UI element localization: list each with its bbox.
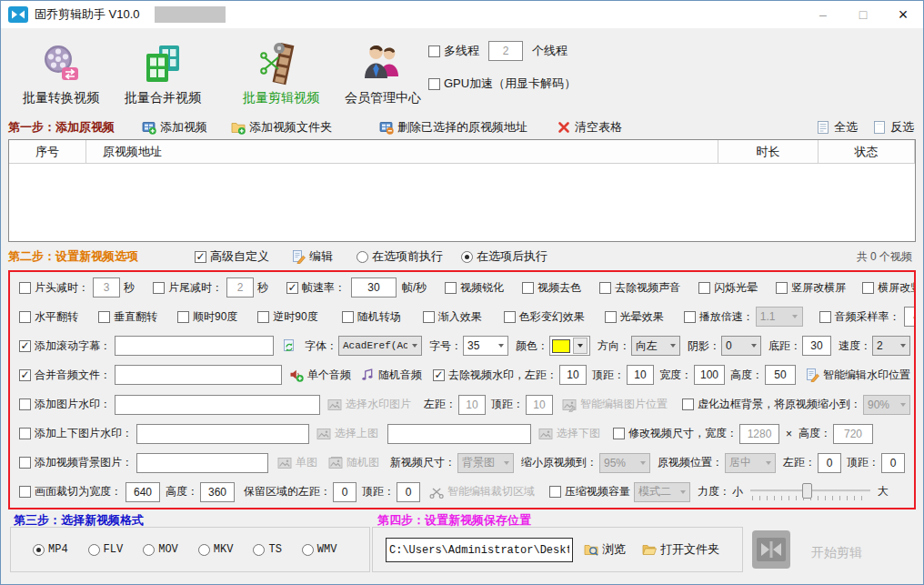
audio-samplerate-checkbox[interactable]: 音频采样率：: [819, 309, 900, 325]
glow-effect-checkbox[interactable]: 光晕效果: [605, 309, 664, 325]
direction-select[interactable]: 向左: [631, 336, 680, 356]
close-button[interactable]: ×: [883, 1, 923, 28]
load-subtitle-file-button[interactable]: [282, 338, 296, 353]
format-radio-mov[interactable]: MOV: [143, 543, 178, 556]
start-edit-button[interactable]: 开始剪辑: [811, 545, 862, 561]
save-path-input[interactable]: [386, 538, 573, 562]
image-watermark-input[interactable]: [115, 395, 320, 415]
color-shift-checkbox[interactable]: 色彩变幻效果: [504, 309, 585, 325]
flip-horizontal-checkbox[interactable]: 水平翻转: [19, 309, 78, 325]
image-watermark-checkbox[interactable]: 添加图片水印：: [19, 397, 111, 412]
table-body[interactable]: [9, 164, 915, 242]
toolbar-button-1[interactable]: 批量转换视频: [10, 38, 112, 106]
font-select[interactable]: AcadEref(Ac:: [338, 336, 422, 356]
format-radio-mp4[interactable]: MP4: [33, 543, 68, 556]
crop-checkbox[interactable]: 画面裁切为宽度：: [19, 484, 122, 499]
desaturate-checkbox[interactable]: 视频去色: [522, 280, 581, 296]
delete-selected-button[interactable]: 删除已选择的原视频地址: [379, 119, 527, 136]
minimize-button[interactable]: –: [803, 1, 843, 28]
table-header-2[interactable]: 原视频地址: [86, 140, 718, 163]
advanced-custom-checkbox[interactable]: ✓ 高级自定义: [195, 248, 269, 265]
bottom-image-input[interactable]: [387, 424, 531, 444]
font-size-select[interactable]: 35: [463, 336, 508, 356]
thread-count-input[interactable]: [488, 41, 523, 61]
flip-vertical-checkbox[interactable]: 垂直翻转: [98, 309, 157, 325]
fade-in-checkbox[interactable]: 渐入效果: [423, 309, 482, 325]
merge-audio-checkbox[interactable]: ✓合并音频文件：: [19, 368, 111, 383]
audio-file-input[interactable]: [115, 365, 282, 385]
audio-samplerate-input[interactable]: [904, 307, 914, 327]
rotate-cw-checkbox[interactable]: 顺时90度: [177, 309, 237, 325]
format-radio-wmv[interactable]: WMV: [302, 543, 337, 556]
shadow-select[interactable]: 0: [721, 336, 761, 356]
add-video-folder-button[interactable]: 添加视频文件夹: [231, 119, 332, 136]
subtitle-color-picker[interactable]: [549, 336, 590, 356]
table-header-4[interactable]: 状态: [819, 140, 915, 163]
gpu-checkbox[interactable]: GPU加速（用显卡解码）: [428, 76, 576, 92]
subtitle-text-input[interactable]: [115, 336, 274, 356]
blur-border-checkbox[interactable]: 虚化边框背景，将原视频缩小到：: [682, 397, 861, 412]
table-header-3[interactable]: 时长: [718, 140, 819, 163]
remove-watermark-checkbox[interactable]: ✓去除视频水印，左距：: [433, 368, 557, 383]
trim-head-checkbox[interactable]: 片头减时：: [19, 280, 89, 296]
sharpen-checkbox[interactable]: 视频锐化: [445, 280, 504, 296]
bg-top-input[interactable]: [881, 453, 905, 473]
random-transition-checkbox[interactable]: 随机转场: [342, 309, 401, 325]
toolbar-button-2[interactable]: 批量合并视频: [112, 38, 214, 106]
invert-selection-button[interactable]: 反选: [872, 119, 914, 136]
clear-table-button[interactable]: 清空表格: [557, 119, 622, 136]
image-top-input[interactable]: [526, 395, 553, 415]
add-video-button[interactable]: 添加视频: [142, 119, 207, 136]
exec-after-radio[interactable]: 在选项后执行: [461, 248, 547, 265]
slider-thumb[interactable]: [802, 483, 812, 499]
exec-before-radio[interactable]: 在选项前执行: [357, 248, 443, 265]
open-folder-button[interactable]: 打开文件夹: [642, 541, 719, 558]
format-radio-mkv[interactable]: MKV: [198, 543, 234, 556]
trim-head-seconds-input[interactable]: [93, 277, 120, 298]
top-bottom-watermark-checkbox[interactable]: 添加上下图片水印：: [19, 426, 133, 441]
crop-top-input[interactable]: [397, 482, 420, 502]
crop-left-input[interactable]: [333, 482, 357, 502]
multithread-checkbox[interactable]: 多线程: [428, 43, 479, 59]
resize-height-input[interactable]: [833, 424, 873, 444]
browse-button[interactable]: 浏览: [584, 541, 626, 558]
scroll-subtitle-checkbox[interactable]: ✓添加滚动字幕：: [19, 338, 111, 354]
background-image-input[interactable]: [136, 453, 268, 473]
toolbar-button-4[interactable]: 会员管理中心: [332, 38, 434, 106]
bottom-margin-input[interactable]: [802, 336, 831, 356]
compress-strength-slider[interactable]: [750, 482, 870, 502]
crop-width-input[interactable]: [126, 482, 160, 502]
background-image-checkbox[interactable]: 添加视频背景图片：: [19, 455, 133, 470]
crop-height-input[interactable]: [200, 482, 235, 502]
watermark-top-input[interactable]: [627, 365, 654, 385]
edit-button[interactable]: 编辑: [291, 248, 333, 265]
random-audio-button[interactable]: 随机音频: [360, 368, 422, 383]
trim-tail-seconds-input[interactable]: [226, 277, 254, 298]
scroll-speed-select[interactable]: 2: [872, 336, 910, 356]
portrait-to-landscape-checkbox[interactable]: 竖屏改横屏: [776, 280, 846, 296]
flicker-glow-checkbox[interactable]: 闪烁光晕: [698, 280, 758, 296]
framerate-input[interactable]: [351, 277, 397, 298]
trim-tail-checkbox[interactable]: 片尾减时：: [153, 280, 223, 296]
smart-edit-watermark-button[interactable]: 智能编辑水印位置: [805, 368, 910, 383]
resize-width-input[interactable]: [739, 424, 779, 444]
format-radio-flv[interactable]: FLV: [88, 543, 124, 556]
single-audio-button[interactable]: 单个音频: [289, 368, 351, 383]
bg-left-input[interactable]: [818, 453, 841, 473]
playback-speed-checkbox[interactable]: 播放倍速：: [684, 309, 754, 325]
watermark-height-input[interactable]: [765, 365, 796, 385]
watermark-left-input[interactable]: [559, 365, 587, 385]
rotate-ccw-checkbox[interactable]: 逆时90度: [257, 309, 317, 325]
resize-video-checkbox[interactable]: 修改视频尺寸，宽度：: [613, 426, 738, 441]
compress-checkbox[interactable]: 压缩视频容量: [549, 484, 630, 499]
image-left-input[interactable]: [458, 395, 486, 415]
landscape-to-portrait-checkbox[interactable]: 横屏改竖屏: [862, 280, 914, 296]
framerate-checkbox[interactable]: ✓帧速率：: [286, 280, 346, 296]
top-image-input[interactable]: [136, 424, 309, 444]
watermark-width-input[interactable]: [694, 365, 725, 385]
toolbar-button-3[interactable]: 批量剪辑视频: [230, 38, 332, 106]
select-all-button[interactable]: 全选: [816, 119, 858, 136]
remove-sound-checkbox[interactable]: 去除视频声音: [599, 280, 680, 296]
format-radio-ts[interactable]: TS: [253, 543, 281, 556]
maximize-button[interactable]: □: [843, 1, 883, 28]
